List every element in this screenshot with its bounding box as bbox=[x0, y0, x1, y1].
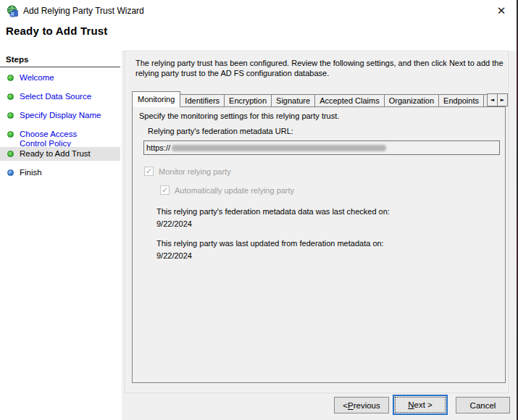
steps-header: Steps bbox=[6, 55, 28, 64]
steps-sidebar: Steps Welcome Select Data Source Specify… bbox=[0, 51, 122, 420]
monitoring-instruction: Specify the monitoring settings for this… bbox=[139, 112, 339, 120]
window-title: Add Relying Party Trust Wizard bbox=[23, 0, 144, 22]
tab-monitoring[interactable]: Monitoring bbox=[132, 91, 180, 107]
auto-update-relying-party-checkbox[interactable]: ✓ Automatically update relying party bbox=[160, 185, 294, 195]
step-label: Finish bbox=[20, 168, 42, 177]
previous-button[interactable]: < Previous bbox=[334, 397, 389, 413]
tab-endpoints[interactable]: Endpoints bbox=[438, 94, 484, 107]
panel-description: The relying party trust has been configu… bbox=[135, 58, 509, 78]
step-done-icon bbox=[7, 151, 14, 157]
adfs-wizard-icon bbox=[7, 5, 19, 17]
previous-label-pre: < bbox=[343, 401, 348, 410]
tab-scroller: ◄ ► bbox=[488, 93, 508, 106]
tab-encryption[interactable]: Encryption bbox=[224, 94, 272, 107]
last-updated-label: This relying party was last updated from… bbox=[156, 239, 384, 248]
steps-divider bbox=[0, 67, 120, 67]
tab-accepted-claims[interactable]: Accepted Claims bbox=[314, 94, 385, 107]
step-label: Select Data Source bbox=[20, 92, 91, 101]
monitor-relying-party-checkbox[interactable]: ✓ Monitor relying party bbox=[144, 167, 231, 176]
next-label-rest: ext > bbox=[414, 400, 433, 409]
tab-organization[interactable]: Organization bbox=[384, 94, 439, 107]
previous-label-accel: P bbox=[348, 401, 354, 410]
step-done-icon bbox=[7, 131, 14, 138]
cancel-label: Cancel bbox=[456, 398, 509, 413]
checkbox-checked-icon: ✓ bbox=[160, 185, 170, 195]
add-relying-party-trust-wizard-window: Add Relying Party Trust Wizard ✕ Ready t… bbox=[0, 0, 518, 420]
monitoring-tab-page: Specify the monitoring settings for this… bbox=[132, 106, 506, 383]
redacted-url-blur bbox=[172, 145, 386, 151]
focus-ring: Next > bbox=[395, 397, 446, 413]
tab-scroll-left-icon[interactable]: ◄ bbox=[487, 93, 498, 106]
checkbox-label: Automatically update relying party bbox=[175, 186, 294, 195]
step-done-icon bbox=[7, 112, 14, 119]
federation-metadata-url-label: Relying party's federation metadata URL: bbox=[148, 127, 293, 135]
main-panel: The relying party trust has been configu… bbox=[125, 51, 509, 393]
sidebar-item-select-data-source[interactable]: Select Data Source bbox=[0, 90, 120, 104]
federation-metadata-url-input[interactable]: https:// bbox=[143, 140, 500, 155]
sidebar-item-ready-to-add-trust[interactable]: Ready to Add Trust bbox=[0, 147, 120, 161]
checkbox-checked-icon: ✓ bbox=[144, 167, 154, 176]
previous-label-rest: revious bbox=[354, 401, 380, 410]
tab-identifiers[interactable]: Identifiers bbox=[180, 94, 225, 107]
titlebar: Add Relying Party Trust Wizard ✕ bbox=[0, 0, 517, 22]
tab-signature[interactable]: Signature bbox=[271, 94, 315, 107]
last-checked-label: This relying party's federation metadata… bbox=[156, 207, 390, 216]
cancel-button[interactable]: Cancel bbox=[456, 397, 510, 413]
last-checked-date: 9/22/2024 bbox=[156, 219, 192, 228]
next-label-accel: N bbox=[408, 400, 414, 409]
last-updated-date: 9/22/2024 bbox=[156, 251, 192, 260]
tab-strip: Monitoring Identifiers Encryption Signat… bbox=[132, 91, 488, 107]
tab-scroll-right-icon[interactable]: ► bbox=[497, 93, 508, 106]
page-title: Ready to Add Trust bbox=[6, 25, 108, 37]
step-pending-icon bbox=[7, 169, 14, 176]
step-label: Ready to Add Trust bbox=[20, 149, 91, 159]
close-icon[interactable]: ✕ bbox=[492, 1, 511, 20]
url-scheme-text: https:// bbox=[146, 143, 170, 152]
step-label: Choose Access Control Policy bbox=[20, 130, 105, 148]
step-label: Specify Display Name bbox=[20, 111, 101, 120]
step-label: Welcome bbox=[20, 73, 54, 83]
sidebar-item-finish[interactable]: Finish bbox=[0, 166, 120, 180]
sidebar-item-specify-display-name[interactable]: Specify Display Name bbox=[0, 109, 120, 122]
checkbox-label: Monitor relying party bbox=[159, 167, 231, 176]
sidebar-item-welcome[interactable]: Welcome bbox=[0, 71, 120, 85]
next-button[interactable]: Next > bbox=[393, 395, 448, 415]
step-done-icon bbox=[7, 75, 14, 81]
step-done-icon bbox=[7, 93, 14, 100]
